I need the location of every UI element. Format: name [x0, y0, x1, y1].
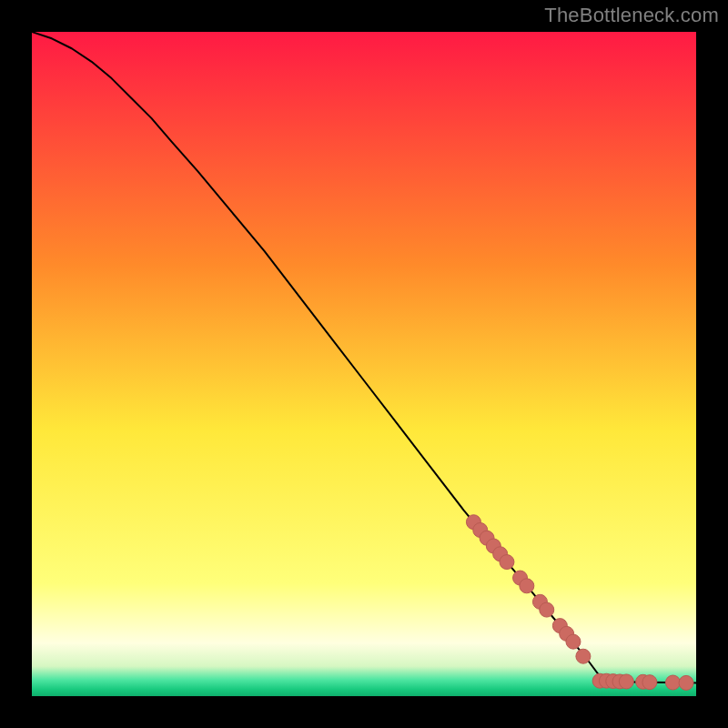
- data-marker: [665, 675, 680, 690]
- chart-background: [32, 32, 696, 696]
- chart-svg: [32, 32, 696, 696]
- data-marker: [566, 634, 581, 649]
- data-marker: [576, 649, 591, 663]
- data-marker: [500, 555, 514, 570]
- data-marker: [619, 674, 633, 689]
- data-marker: [520, 579, 534, 593]
- data-marker: [540, 602, 554, 617]
- data-marker: [679, 675, 693, 690]
- plot-area: [32, 32, 696, 696]
- chart-frame: TheBottleneck.com: [0, 0, 728, 728]
- data-marker: [642, 675, 657, 690]
- watermark-text: TheBottleneck.com: [544, 4, 719, 27]
